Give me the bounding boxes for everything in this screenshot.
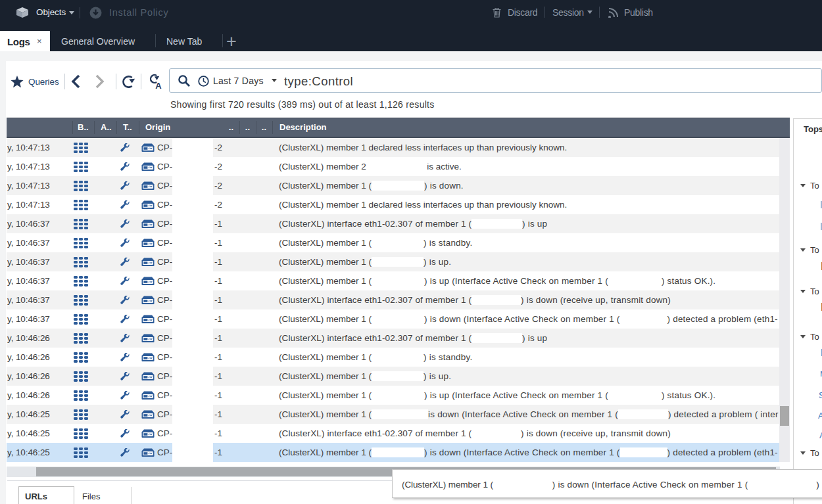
svg-text:A: A [155,81,162,89]
